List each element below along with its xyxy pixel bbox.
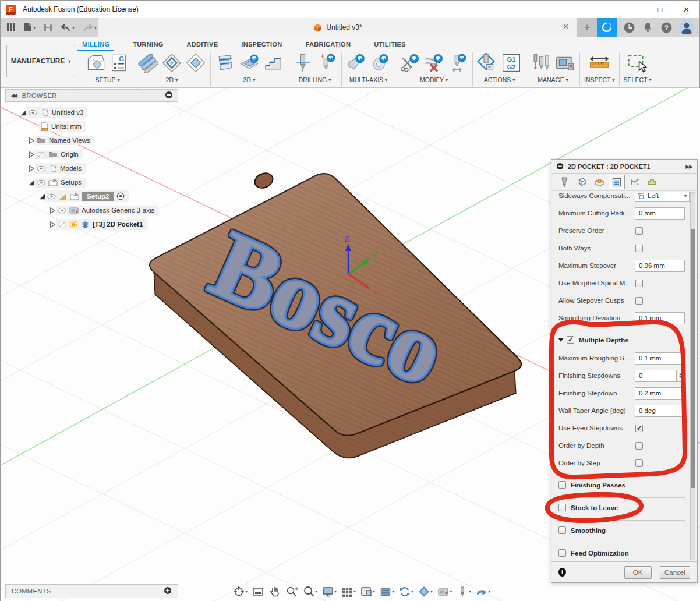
finishing-passes-checkbox[interactable] bbox=[558, 481, 566, 489]
wall-taper-angle-input[interactable]: 0 deg bbox=[635, 405, 685, 417]
redo-button[interactable]: ▾ bbox=[83, 23, 97, 31]
collapsed-arrow-icon[interactable] bbox=[48, 207, 56, 214]
eye-off-icon[interactable] bbox=[37, 151, 45, 158]
swarf-icon[interactable] bbox=[346, 52, 367, 73]
smoothing-deviation-input[interactable]: 0.1 mm bbox=[635, 312, 685, 324]
passes-extra-tab[interactable] bbox=[644, 175, 660, 189]
minimum-cutting-radius-input[interactable]: 0 mm bbox=[635, 207, 685, 220]
document-tab-close-icon[interactable]: ✕ bbox=[563, 22, 569, 31]
group-label-modify[interactable]: MODIFY bbox=[420, 76, 444, 83]
minimize-browser-icon[interactable] bbox=[165, 91, 173, 101]
tree-label-selected[interactable]: Setup2 bbox=[82, 192, 114, 201]
simulate-icon[interactable] bbox=[477, 52, 498, 73]
sideways-compensation-select[interactable]: Left ▾ bbox=[635, 192, 690, 202]
file-menu-button[interactable]: ▾ bbox=[24, 23, 36, 32]
finishing-stepdown-input[interactable]: 0.2 mm bbox=[635, 387, 685, 400]
collapsed-arrow-icon[interactable] bbox=[27, 165, 35, 172]
add-comment-icon[interactable] bbox=[164, 586, 172, 596]
trim-toolpath-icon[interactable] bbox=[400, 52, 420, 73]
eye-icon[interactable] bbox=[58, 207, 66, 214]
edit-passes-icon[interactable] bbox=[447, 52, 468, 73]
tab-fabrication[interactable]: FABRICATION bbox=[305, 38, 352, 50]
document-tab[interactable]: Untitled v3* ✕ bbox=[98, 18, 577, 37]
steep-shallow-icon[interactable] bbox=[263, 52, 284, 73]
eye-icon[interactable] bbox=[37, 179, 45, 186]
group-label-actions[interactable]: ACTIONS bbox=[484, 76, 511, 83]
collapse-panel-icon[interactable]: ◀◀ bbox=[10, 93, 16, 98]
tool-tab[interactable] bbox=[556, 175, 572, 189]
post-process-icon[interactable]: G1G2 bbox=[501, 52, 522, 73]
tree-label[interactable]: Models bbox=[60, 165, 82, 172]
refresh-button[interactable]: ▾ bbox=[397, 585, 415, 599]
multiple-depths-collapse-icon[interactable] bbox=[558, 338, 563, 342]
machine-visibility-button[interactable]: ▾ bbox=[436, 585, 453, 599]
display-settings-button[interactable]: ▾ bbox=[320, 585, 338, 599]
finishing-passes-group-header[interactable]: Finishing Passes bbox=[551, 475, 690, 494]
group-label-select[interactable]: SELECT bbox=[624, 76, 648, 83]
undo-button[interactable]: ▾ bbox=[61, 23, 75, 31]
zoom-window-button[interactable]: ▾ bbox=[301, 585, 319, 599]
eye-off-icon[interactable] bbox=[58, 221, 66, 228]
save-button[interactable] bbox=[44, 23, 52, 32]
order-by-depth-checkbox[interactable] bbox=[635, 442, 643, 450]
group-label-manage[interactable]: MANAGE bbox=[538, 76, 564, 83]
collapsed-arrow-icon[interactable] bbox=[27, 137, 35, 144]
tree-label[interactable]: Untitled v3 bbox=[52, 109, 83, 116]
tree-item-origin[interactable]: Origin bbox=[5, 147, 178, 161]
stepover-cusps-checkbox[interactable] bbox=[635, 297, 643, 305]
eye-icon[interactable] bbox=[47, 193, 56, 200]
comments-bar[interactable]: COMMENTS bbox=[5, 584, 178, 598]
pocket-3d-icon[interactable] bbox=[239, 52, 260, 73]
tree-item-setup2[interactable]: Setup2 bbox=[5, 189, 178, 203]
tool-library-icon[interactable] bbox=[531, 52, 551, 73]
maximum-roughing-input[interactable]: 0.1 mm bbox=[635, 352, 685, 365]
select-icon[interactable] bbox=[626, 52, 648, 73]
morphed-spiral-checkbox[interactable] bbox=[635, 280, 643, 287]
smoothing-group-header[interactable]: Smoothing bbox=[551, 521, 690, 540]
linking-tab[interactable] bbox=[626, 175, 642, 189]
finishing-stepdowns-input[interactable]: 0 bbox=[635, 370, 677, 382]
tab-additive[interactable]: ADDITIVE bbox=[186, 38, 220, 50]
drill-icon[interactable] bbox=[292, 52, 313, 73]
scrollbar-thumb[interactable] bbox=[691, 229, 695, 488]
bore-icon[interactable]: + bbox=[316, 52, 337, 73]
finishing-stepdowns-stepper[interactable]: ▲▼ bbox=[677, 370, 684, 382]
adaptive-3d-icon[interactable] bbox=[215, 52, 236, 73]
cancel-button[interactable]: Cancel bbox=[660, 566, 690, 579]
minimize-button[interactable]: — bbox=[621, 1, 647, 18]
preserve-order-checkbox[interactable] bbox=[635, 227, 643, 235]
user-avatar[interactable] bbox=[679, 20, 694, 35]
collapsed-arrow-icon[interactable] bbox=[27, 151, 35, 158]
help-button[interactable]: ? bbox=[660, 22, 673, 34]
expanded-arrow-icon[interactable] bbox=[38, 193, 45, 200]
toolpath-visibility-button[interactable]: ▾ bbox=[474, 585, 492, 599]
geometry-tab[interactable] bbox=[574, 175, 590, 189]
collapsed-arrow-icon[interactable] bbox=[48, 221, 56, 228]
use-even-stepdowns-checkbox[interactable] bbox=[635, 425, 643, 432]
tree-item-models[interactable]: Models bbox=[5, 161, 178, 175]
maximize-button[interactable]: □ bbox=[647, 1, 673, 18]
dialog-scrollbar[interactable] bbox=[690, 192, 695, 560]
tab-inspection[interactable]: INSPECTION bbox=[240, 38, 283, 50]
tree-label[interactable]: Autodesk Generic 3-axis bbox=[82, 207, 154, 214]
stock-visibility-button[interactable]: ▾ bbox=[416, 585, 434, 599]
close-button[interactable]: ✕ bbox=[673, 1, 699, 18]
tree-label[interactable]: [T3] 2D Pocket1 bbox=[93, 221, 143, 228]
tree-label[interactable]: Units: mm bbox=[51, 123, 82, 130]
extensions-button[interactable] bbox=[597, 18, 617, 37]
tab-milling[interactable]: MILLING bbox=[81, 38, 111, 50]
adaptive-2d-icon[interactable] bbox=[161, 52, 182, 73]
tab-utilities[interactable]: UTILITIES bbox=[373, 38, 407, 50]
machine-library-icon[interactable] bbox=[554, 52, 575, 73]
new-tab-button[interactable]: + bbox=[577, 18, 597, 37]
viewports-button[interactable]: ▾ bbox=[359, 585, 376, 599]
tree-item-machine[interactable]: Autodesk Generic 3-axis bbox=[5, 203, 178, 217]
delete-passes-icon[interactable] bbox=[423, 52, 444, 73]
manufacture-dropdown[interactable]: MANUFACTURE ▾ bbox=[6, 45, 75, 77]
new-setup-icon[interactable] bbox=[86, 53, 106, 73]
multiaxis-contour-icon[interactable] bbox=[370, 52, 391, 73]
multiple-depths-checkbox[interactable] bbox=[567, 336, 574, 344]
dialog-collapse-icon[interactable] bbox=[556, 162, 564, 170]
group-label-inspect[interactable]: INSPECT bbox=[584, 76, 611, 83]
stock-to-leave-group-header[interactable]: Stock to Leave bbox=[551, 498, 690, 517]
